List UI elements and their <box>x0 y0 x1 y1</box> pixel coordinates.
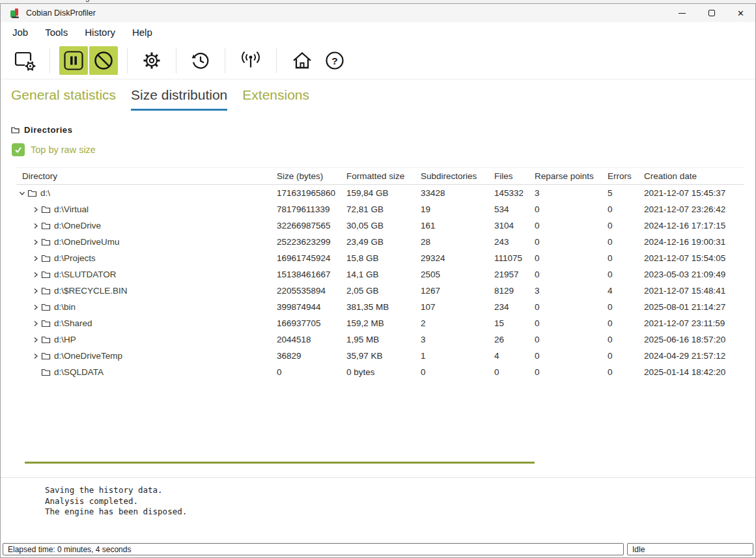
column-header-errors[interactable]: Errors <box>608 171 644 181</box>
table-row[interactable]: d:\bin399874944381,35 MB107234002025-08-… <box>16 299 744 315</box>
files-cell: 3104 <box>494 221 535 230</box>
directory-name: d:\HP <box>54 335 76 344</box>
table-row[interactable]: d:\$RECYCLE.BIN22055358942,05 GB12678129… <box>16 283 744 299</box>
chevron-right-icon[interactable] <box>30 336 41 344</box>
table-row[interactable]: d:\Shared166937705159,2 MB215002021-12-0… <box>16 315 744 331</box>
directory-cell[interactable]: d:\ <box>16 188 277 198</box>
log-line: The engine has been disposed. <box>45 507 187 518</box>
directory-cell[interactable]: d:\$RECYCLE.BIN <box>16 286 277 296</box>
directories-section-header: Directories <box>11 125 73 135</box>
help-icon: ? <box>324 49 346 72</box>
app-window: Cobian DiskProfiler ✕ Job Tools History … <box>0 3 756 558</box>
chevron-right-icon[interactable] <box>30 206 41 214</box>
subdirectories-cell: 2505 <box>421 270 494 279</box>
directory-name: d:\SLUTDATOR <box>54 270 117 279</box>
folder-icon <box>41 270 51 279</box>
size-bytes-cell: 36829 <box>277 351 346 361</box>
directory-cell[interactable]: d:\Virtual <box>16 204 277 214</box>
folder-icon <box>41 205 51 214</box>
column-header-subdirectories[interactable]: Subdirectories <box>421 171 494 181</box>
directory-cell[interactable]: d:\Shared <box>16 318 277 328</box>
column-header-files[interactable]: Files <box>494 171 535 181</box>
chevron-right-icon[interactable] <box>30 287 41 295</box>
chevron-right-icon[interactable] <box>30 352 41 360</box>
directory-cell[interactable]: d:\bin <box>16 302 277 312</box>
menu-item-history[interactable]: History <box>85 27 115 38</box>
directory-cell[interactable]: d:\OneDrive <box>16 221 277 230</box>
menu-bar: Job Tools History Help <box>1 22 755 42</box>
toolbar-separator <box>49 48 50 74</box>
settings-gear-icon <box>141 49 163 72</box>
chevron-right-icon[interactable] <box>30 222 41 230</box>
table-row[interactable]: d:\OneDrive3226698756530,05 GB1613104002… <box>16 217 744 234</box>
subdirectories-cell: 107 <box>421 302 494 312</box>
chevron-right-icon[interactable] <box>30 303 41 311</box>
directory-cell[interactable]: d:\SLUTDATOR <box>16 270 277 279</box>
minimize-button[interactable] <box>667 4 697 22</box>
pause-button[interactable] <box>59 46 88 75</box>
creation-date-cell: 2025-08-01 21:14:27 <box>644 302 744 312</box>
directory-cell[interactable]: d:\OneDriveUmu <box>16 237 277 247</box>
top-by-raw-size-checkbox[interactable] <box>12 143 25 156</box>
stop-button[interactable] <box>89 46 118 75</box>
top-by-raw-size-row[interactable]: Top by raw size <box>12 143 96 156</box>
settings-button[interactable] <box>138 47 165 74</box>
table-row[interactable]: d:\Virtual7817961133972,81 GB19534002021… <box>16 201 744 217</box>
tab-size-distribution[interactable]: Size distribution <box>131 87 227 111</box>
errors-cell: 4 <box>608 286 644 296</box>
menu-item-tools[interactable]: Tools <box>45 27 68 38</box>
creation-date-cell: 2021-12-07 23:11:59 <box>644 318 744 328</box>
tab-extensions[interactable]: Extensions <box>242 87 309 111</box>
errors-cell: 0 <box>608 253 644 263</box>
reparse-points-cell: 0 <box>535 367 608 377</box>
broadcast-button[interactable] <box>236 47 266 74</box>
formatted-size-cell: 1,95 MB <box>346 335 421 344</box>
table-row[interactable]: d:\HP20445181,95 MB326002025-06-16 18:57… <box>16 331 744 348</box>
table-row[interactable]: d:\171631965860159,84 GB3342814533235202… <box>16 185 744 201</box>
directory-name: d:\$RECYCLE.BIN <box>54 286 128 296</box>
column-header-size-bytes[interactable]: Size (bytes) <box>277 171 346 181</box>
directory-cell[interactable]: d:\SQLDATA <box>16 367 277 377</box>
log-output: Saving the history data. Analysis comple… <box>45 485 187 518</box>
history-button[interactable] <box>187 47 214 74</box>
close-button[interactable]: ✕ <box>726 4 755 22</box>
reparse-points-cell: 3 <box>535 188 608 198</box>
menu-item-job[interactable]: Job <box>12 27 28 38</box>
top-by-raw-size-label: Top by raw size <box>31 145 96 155</box>
close-icon: ✕ <box>737 8 744 18</box>
chevron-down-icon[interactable] <box>16 189 27 197</box>
chevron-right-icon[interactable] <box>30 255 41 262</box>
svg-text:?: ? <box>331 55 337 66</box>
directory-cell[interactable]: d:\OneDriveTemp <box>16 351 277 361</box>
column-header-directory[interactable]: Directory <box>16 171 277 181</box>
table-row[interactable]: d:\SLUTDATOR1513846166714,1 GB2505219570… <box>16 266 744 283</box>
directory-cell[interactable]: d:\Projects <box>16 253 277 263</box>
tab-general-statistics[interactable]: General statistics <box>11 87 116 111</box>
errors-cell: 0 <box>608 351 644 361</box>
errors-cell: 0 <box>608 204 644 214</box>
menu-item-help[interactable]: Help <box>132 27 152 38</box>
errors-cell: 0 <box>608 237 644 247</box>
column-header-reparse-points[interactable]: Reparse points <box>535 171 608 181</box>
analyze-report-button[interactable] <box>10 46 39 75</box>
folder-icon <box>41 286 51 295</box>
column-header-formatted-size[interactable]: Formatted size <box>346 171 421 181</box>
home-button[interactable] <box>287 47 317 74</box>
chevron-right-icon[interactable] <box>30 320 41 328</box>
column-header-creation-date[interactable]: Creation date <box>644 171 744 181</box>
subdirectories-cell: 33428 <box>421 188 494 198</box>
chevron-right-icon[interactable] <box>30 271 41 279</box>
table-row[interactable]: d:\OneDriveUmu2522362329923,49 GB2824300… <box>16 234 744 250</box>
title-bar[interactable]: Cobian DiskProfiler ✕ <box>1 4 755 22</box>
formatted-size-cell: 159,2 MB <box>346 318 421 328</box>
table-row[interactable]: d:\Projects1696174592415,8 GB29324111075… <box>16 250 744 266</box>
maximize-button[interactable] <box>697 4 726 22</box>
size-bytes-cell: 399874944 <box>277 302 346 312</box>
directory-cell[interactable]: d:\HP <box>16 335 277 344</box>
subdirectories-cell: 0 <box>421 367 494 377</box>
help-button[interactable]: ? <box>321 47 348 74</box>
formatted-size-cell: 30,05 GB <box>346 221 421 230</box>
table-row[interactable]: d:\OneDriveTemp3682935,97 KB14002024-04-… <box>16 348 744 364</box>
chevron-right-icon[interactable] <box>30 238 41 246</box>
table-row[interactable]: d:\SQLDATA00 bytes00002025-01-14 18:42:2… <box>16 364 744 380</box>
